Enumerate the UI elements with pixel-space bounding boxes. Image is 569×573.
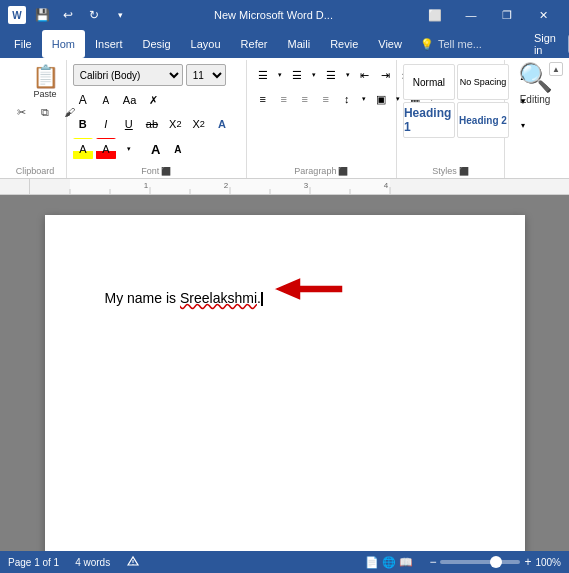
zoom-out-button[interactable]: − — [429, 555, 436, 569]
restore-button[interactable]: ❐ — [489, 0, 525, 30]
tell-me-box[interactable]: 💡 — [412, 30, 526, 58]
app-icon: W — [8, 6, 26, 24]
font-group: Calibri (Body) 11 A A Aa ✗ B I U ab X2 — [67, 60, 247, 178]
decrease-indent-button[interactable]: ⇤ — [355, 64, 375, 86]
line-spacing-button[interactable]: ↕ — [337, 88, 357, 110]
zoom-controls: − + 100% — [429, 555, 561, 569]
align-center-button[interactable]: ≡ — [274, 88, 294, 110]
editing-icon: 🔍 — [518, 64, 553, 92]
bullets-button[interactable]: ☰ — [253, 64, 273, 86]
italic-button[interactable]: I — [96, 113, 116, 135]
menu-design[interactable]: Desig — [132, 30, 180, 58]
menu-view[interactable]: View — [368, 30, 412, 58]
font-size-select[interactable]: 11 — [186, 64, 226, 86]
style-normal[interactable]: Normal — [403, 64, 455, 100]
clipboard-group: 📋 Paste ✂ ⧉ 🖌 Clipboard — [4, 60, 67, 178]
font-group-inner: Calibri (Body) 11 A A Aa ✗ B I U ab X2 — [67, 60, 246, 162]
window-mode-button[interactable]: ⬜ — [417, 0, 453, 30]
paragraph-group: ☰ ▾ ☰ ▾ ☰ ▾ ⇤ ⇥ ↕A ¶ ≡ ≡ ≡ ≡ ↕ ▾ — [247, 60, 397, 178]
status-bar: Page 1 of 1 4 words 📄 🌐 📖 − + 100% — [0, 551, 569, 573]
redo-button[interactable]: ↻ — [84, 5, 104, 25]
editing-button[interactable]: 🔍 Editing — [518, 64, 553, 105]
align-left-button[interactable]: ≡ — [253, 88, 273, 110]
page[interactable]: My name is Sreelakshmi. — [45, 215, 525, 551]
read-mode-icon[interactable]: 📖 — [399, 556, 413, 569]
shading-button[interactable]: ▣ — [371, 88, 391, 110]
multilevel-button[interactable]: ☰ — [321, 64, 341, 86]
font-name-row: Calibri (Body) 11 A A Aa ✗ — [73, 64, 240, 111]
minimize-button[interactable]: — — [453, 0, 489, 30]
paragraph-expand-icon[interactable]: ⬛ — [338, 167, 348, 176]
proofing-icon[interactable] — [126, 555, 140, 569]
style-heading1[interactable]: Heading 1 — [403, 102, 455, 138]
close-button[interactable]: ✕ — [525, 0, 561, 30]
svg-text:2: 2 — [224, 181, 229, 190]
zoom-thumb — [490, 556, 502, 568]
text-before: My name is — [105, 290, 180, 306]
style-no-spacing[interactable]: No Spacing — [457, 64, 509, 100]
strikethrough-button[interactable]: ab — [142, 113, 162, 135]
line-spacing-arrow[interactable]: ▾ — [358, 88, 370, 110]
underline-button[interactable]: U — [119, 113, 139, 135]
font-color-arrow[interactable]: ▾ — [119, 138, 139, 160]
menu-file[interactable]: File — [4, 30, 42, 58]
align-right-button[interactable]: ≡ — [295, 88, 315, 110]
style-heading2[interactable]: Heading 2 — [457, 102, 509, 138]
clear-format-button[interactable]: ✗ — [143, 89, 163, 111]
shrink-a-button[interactable]: A — [168, 138, 188, 160]
bold-button[interactable]: B — [73, 113, 93, 135]
ribbon-main: 📋 Paste ✂ ⧉ 🖌 Clipboard Calibri (Body) — [4, 60, 565, 178]
tell-me-input[interactable] — [438, 38, 518, 50]
document-content[interactable]: My name is Sreelakshmi. — [105, 275, 465, 309]
font-label: Font ⬛ — [67, 166, 246, 176]
multilevel-arrow[interactable]: ▾ — [342, 64, 354, 86]
superscript-button[interactable]: X2 — [189, 113, 209, 135]
grow-a-button[interactable]: A — [146, 138, 166, 160]
grow-font-button[interactable]: A — [73, 89, 93, 111]
justify-button[interactable]: ≡ — [316, 88, 336, 110]
cut-button[interactable]: ✂ — [10, 102, 32, 122]
text-effects-button[interactable]: A — [212, 113, 232, 135]
highlight-button[interactable]: A — [73, 138, 93, 160]
numbering-arrow[interactable]: ▾ — [308, 64, 320, 86]
increase-indent-button[interactable]: ⇥ — [376, 64, 396, 86]
zoom-in-button[interactable]: + — [524, 555, 531, 569]
menu-home[interactable]: Hom — [42, 30, 85, 58]
change-case-button[interactable]: Aa — [119, 89, 140, 111]
paste-label: Paste — [33, 89, 56, 99]
print-layout-icon[interactable]: 📄 — [365, 556, 379, 569]
menu-layout[interactable]: Layou — [181, 30, 231, 58]
bullets-arrow[interactable]: ▾ — [274, 64, 286, 86]
font-expand-icon[interactable]: ⬛ — [161, 167, 171, 176]
web-layout-icon[interactable]: 🌐 — [382, 556, 396, 569]
styles-expand-icon[interactable]: ⬛ — [459, 167, 469, 176]
menu-references[interactable]: Refer — [231, 30, 278, 58]
subscript-button[interactable]: X2 — [165, 113, 185, 135]
styles-label: Styles ⬛ — [397, 166, 504, 176]
document-area: My name is Sreelakshmi. — [0, 195, 569, 551]
menu-mailings[interactable]: Maili — [278, 30, 321, 58]
undo-button[interactable]: ↩ — [58, 5, 78, 25]
paste-button[interactable]: 📋 Paste — [23, 64, 67, 101]
text-cursor — [261, 292, 263, 306]
menu-insert[interactable]: Insert — [85, 30, 133, 58]
editing-label: Editing — [520, 94, 551, 105]
sign-in-button[interactable]: Sign in — [526, 30, 564, 58]
horizontal-ruler: 1 2 3 4 — [30, 179, 569, 195]
styles-group: Normal No Spacing Heading 1 Heading 2 ▲ … — [397, 60, 505, 178]
shrink-font-button[interactable]: A — [96, 89, 116, 111]
font-family-select[interactable]: Calibri (Body) — [73, 64, 183, 86]
numbering-button[interactable]: ☰ — [287, 64, 307, 86]
title-bar-left: W 💾 ↩ ↻ ▾ — [8, 5, 130, 25]
paragraph-label: Paragraph ⬛ — [247, 166, 396, 176]
font-color-button[interactable]: A — [96, 138, 116, 160]
save-button[interactable]: 💾 — [32, 5, 52, 25]
view-icons: 📄 🌐 📖 — [365, 556, 413, 569]
ruler-corner — [0, 179, 30, 195]
zoom-slider[interactable] — [440, 560, 520, 564]
copy-button[interactable]: ⧉ — [34, 102, 56, 122]
ribbon-collapse-button[interactable]: ▲ — [549, 62, 563, 76]
quick-access-more[interactable]: ▾ — [110, 5, 130, 25]
svg-text:1: 1 — [144, 181, 149, 190]
menu-review[interactable]: Revie — [320, 30, 368, 58]
